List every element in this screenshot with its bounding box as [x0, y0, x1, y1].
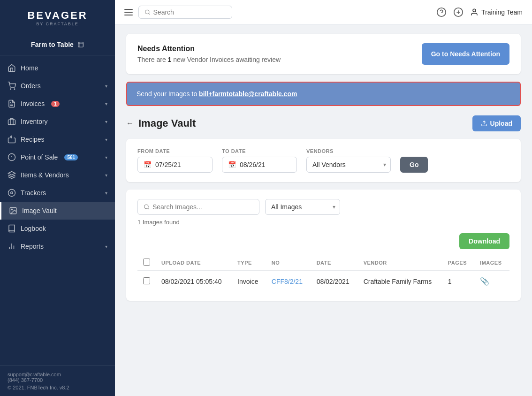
chevron-down-icon: ▾	[105, 119, 107, 124]
svg-rect-4	[8, 120, 15, 125]
row-checkbox-cell	[137, 271, 156, 291]
chevron-down-icon: ▾	[105, 155, 107, 160]
svg-point-1	[14, 89, 15, 90]
sidebar-item-pos[interactable]: Point of Sale 561 ▾	[0, 148, 115, 166]
sidebar-item-label: Logbook	[21, 225, 46, 232]
svg-marker-8	[8, 172, 15, 175]
sidebar-item-trackers[interactable]: Trackers ▾	[0, 184, 115, 202]
chevron-down-icon: ▾	[105, 244, 107, 249]
items-icon	[8, 171, 16, 179]
trackers-icon	[8, 189, 16, 197]
email-banner-prefix: Send your Images to	[137, 90, 199, 98]
row-date: 08/02/2021	[311, 271, 358, 291]
attachment-icon[interactable]: 📎	[480, 277, 489, 285]
image-vault-icon	[9, 206, 17, 215]
images-table: UPLOAD DATE TYPE NO DATE VENDOR PAGES IM…	[137, 255, 509, 291]
vendors-select[interactable]: All Vendors	[306, 157, 391, 173]
sidebar-item-inventory[interactable]: Inventory ▾	[0, 113, 115, 130]
images-filter-select[interactable]: All Images Invoices Other	[265, 199, 340, 215]
sidebar-item-label: Image Vault	[22, 207, 57, 214]
pos-icon	[8, 153, 16, 161]
search-icon	[144, 9, 151, 15]
svg-line-17	[149, 13, 150, 14]
row-no: CFF8/2/21	[266, 271, 311, 291]
select-all-checkbox[interactable]	[143, 259, 150, 266]
search-images-box[interactable]	[137, 199, 259, 215]
needs-attention-description: There are 1 new Vendor Invoices awaiting…	[137, 56, 281, 63]
topbar: Training Team	[115, 0, 532, 24]
calendar-icon: 📅	[228, 161, 236, 168]
col-no: NO	[266, 255, 311, 271]
upload-icon	[481, 120, 487, 127]
sidebar-item-reports[interactable]: Reports ▾	[0, 237, 115, 255]
from-date-value: 07/25/21	[155, 161, 181, 168]
to-date-label: TO DATE	[222, 148, 297, 154]
pos-badge: 561	[64, 154, 78, 160]
chevron-down-icon: ▾	[105, 173, 107, 178]
user-section[interactable]: Training Team	[470, 8, 523, 16]
help-icon[interactable]	[436, 7, 447, 17]
search-box[interactable]	[138, 6, 232, 19]
inventory-icon	[8, 117, 16, 126]
email-banner-link[interactable]: bill+farmtotable@craftable.com	[199, 90, 297, 98]
support-email: support@craftable.com	[8, 372, 107, 377]
to-date-input[interactable]: 📅 08/26/21	[222, 157, 297, 173]
search-input[interactable]	[153, 8, 226, 16]
upload-button[interactable]: Upload	[472, 115, 521, 131]
invoices-badge: 1	[51, 101, 60, 107]
sidebar-item-label: Recipes	[21, 136, 45, 143]
svg-point-12	[11, 209, 12, 210]
row-checkbox[interactable]	[143, 277, 150, 284]
from-date-label: FROM DATE	[137, 148, 213, 154]
sidebar-item-invoices[interactable]: Invoices 1 ▾	[0, 95, 115, 113]
copyright: © 2021, FNBTech Inc. v8.2	[8, 385, 107, 390]
sidebar-item-label: Inventory	[21, 118, 48, 125]
sidebar-item-logbook[interactable]: Logbook	[0, 220, 115, 237]
row-images: 📎	[474, 271, 509, 291]
sidebar-org[interactable]: Farm to Table	[0, 34, 115, 55]
needs-attention-title: Needs Attention	[137, 45, 281, 53]
sidebar-item-image-vault[interactable]: Image Vault	[0, 202, 115, 220]
user-icon	[470, 8, 479, 16]
sidebar-item-label: Home	[21, 64, 38, 72]
svg-point-9	[8, 190, 15, 197]
row-vendor: Craftable Family Farms	[358, 271, 442, 291]
images-card: All Images Invoices Other 1 Images found…	[126, 190, 521, 301]
sidebar-item-items-vendors[interactable]: Items & Vendors ▾	[0, 166, 115, 184]
search-images-input[interactable]	[152, 203, 253, 211]
svg-point-23	[473, 9, 476, 12]
needs-attention-card: Needs Attention There are 1 new Vendor I…	[126, 34, 521, 74]
to-date-value: 08/26/21	[240, 161, 266, 168]
recipes-icon	[8, 135, 16, 144]
user-label: Training Team	[481, 8, 523, 16]
sidebar: BEVAGER BY CRAFTABLE Farm to Table Home …	[0, 0, 115, 396]
sidebar-item-recipes[interactable]: Recipes ▾	[0, 130, 115, 148]
sidebar-item-orders[interactable]: Orders ▾	[0, 77, 115, 95]
chevron-down-icon: ▾	[105, 137, 107, 142]
sidebar-item-label: Reports	[21, 243, 44, 250]
row-upload-date: 08/02/2021 05:05:40	[156, 271, 232, 291]
go-button[interactable]: Go	[400, 157, 428, 173]
content-area: Needs Attention There are 1 new Vendor I…	[115, 24, 532, 396]
support-phone: (844) 367-7700	[8, 377, 107, 383]
col-checkbox	[137, 255, 156, 271]
sidebar-item-home[interactable]: Home	[0, 59, 115, 77]
row-type: Invoice	[232, 271, 266, 291]
col-date: DATE	[311, 255, 358, 271]
row-no-link[interactable]: CFF8/2/21	[272, 278, 303, 285]
from-date-input[interactable]: 📅 07/25/21	[137, 157, 213, 173]
download-button[interactable]: Download	[459, 233, 509, 249]
upload-label: Upload	[490, 120, 512, 127]
sidebar-logo: BEVAGER BY CRAFTABLE	[0, 0, 115, 34]
sidebar-nav: Home Orders ▾ Invoices 1 ▾ Inventory ▾	[0, 55, 115, 366]
add-icon[interactable]	[453, 7, 464, 17]
svg-line-26	[148, 208, 149, 209]
svg-point-0	[10, 89, 11, 90]
go-to-needs-attention-button[interactable]: Go to Needs Attention	[422, 43, 509, 65]
hamburger-button[interactable]	[124, 9, 133, 15]
logo-text: BEVAGER	[8, 9, 107, 22]
col-images: IMAGES	[474, 255, 509, 271]
back-button[interactable]: ←	[126, 119, 134, 128]
sidebar-item-label: Items & Vendors	[21, 171, 69, 179]
sidebar-item-label: Invoices	[21, 100, 45, 107]
